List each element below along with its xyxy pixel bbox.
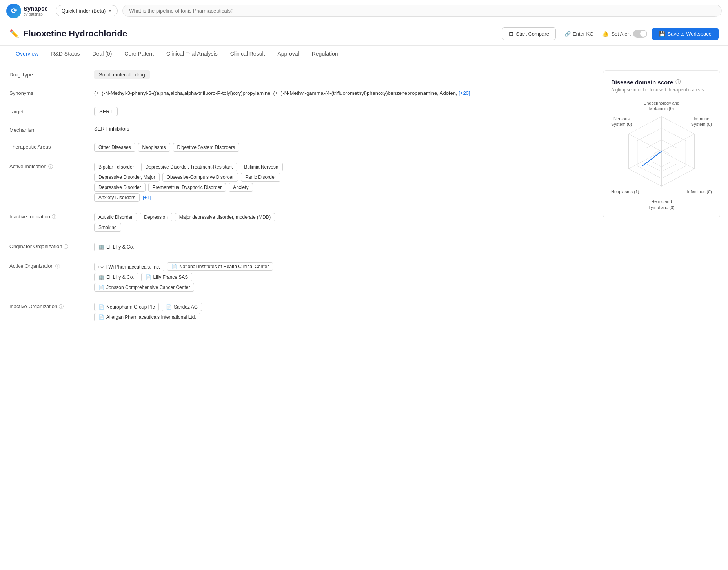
inactive-org-row: Inactive Organization ⓘ 📄 Neuropharm Gro…	[9, 302, 585, 322]
org-item[interactable]: 📄 Sandoz AG	[162, 303, 202, 311]
org-name: Lilly France SAS	[153, 274, 188, 280]
org-item[interactable]: nw TWi Pharmaceuticals, Inc.	[94, 263, 164, 271]
tab-regulation[interactable]: Regulation	[306, 46, 344, 62]
active-org-row: Active Organization ⓘ nw TWi Pharmaceuti…	[9, 261, 585, 292]
mechanism-row: Mechanism SERT inhibitors	[9, 125, 585, 133]
logo-icon: ⟳	[6, 4, 21, 18]
tab-overview[interactable]: Overview	[9, 46, 45, 62]
logo-text: Synapse by patsnap	[24, 5, 48, 17]
drug-type-label: Drug Type	[9, 70, 88, 79]
indication-tag: Obsessive-Compulsive Disorder	[162, 173, 238, 182]
inactive-indication-tag: Major depressive disorder, moderate (MDD…	[175, 213, 275, 221]
originator-org-row: Originator Organization ⓘ 🏢 Eli Lilly & …	[9, 242, 585, 252]
inactive-indication-tag: Autistic Disorder	[94, 213, 137, 221]
alert-toggle[interactable]	[633, 30, 647, 38]
compare-icon: ⊞	[509, 31, 513, 37]
org-logo-icon: nw	[98, 265, 104, 269]
save-label: Save to Workspace	[668, 31, 712, 37]
synonyms-label: Synonyms	[9, 89, 88, 98]
therapeutic-area-tag: Digestive System Disorders	[173, 143, 239, 152]
inactive-org-label: Inactive Organization ⓘ	[9, 302, 88, 322]
score-title: Disease domain score ⓘ	[611, 78, 712, 85]
org-item[interactable]: 📄 Neuropharm Group Plc	[94, 303, 159, 311]
org-logo-icon: 📄	[166, 304, 172, 310]
org-logo-icon: 🏢	[98, 274, 104, 280]
tab-clinical-trial[interactable]: Clinical Trial Analysis	[160, 46, 224, 62]
search-input[interactable]	[122, 5, 722, 17]
inactive-org-value: 📄 Neuropharm Group Plc 📄 Sandoz AG 📄 All…	[94, 302, 585, 322]
inactive-indication-label: Inactive Indication ⓘ	[9, 212, 88, 232]
toggle-knob	[640, 31, 646, 37]
drug-title-area: ✏️ Fluoxetine Hydrochloride	[9, 29, 127, 39]
save-icon: 💾	[659, 31, 665, 37]
logo: ⟳ Synapse by patsnap	[6, 4, 48, 18]
org-name: National Institutes of Health Clinical C…	[179, 264, 269, 269]
org-name: Jonsson Comprehensive Cancer Center	[106, 285, 190, 290]
indication-tag: Anxiety Disorders	[94, 193, 140, 202]
org-item[interactable]: 📄 National Institutes of Health Clinical…	[167, 262, 273, 271]
radar-label-infectious: Infectious (0)	[687, 189, 712, 194]
edit-icon: ✏️	[9, 29, 19, 38]
drug-type-value: Small molecule drug	[94, 70, 585, 79]
indication-tag: Depressive Disorder	[94, 183, 146, 192]
indication-more-link[interactable]: [+1]	[142, 193, 151, 202]
active-org-value: nw TWi Pharmaceuticals, Inc. 📄 National …	[94, 261, 585, 292]
org-name: Eli Lilly & Co.	[106, 244, 134, 250]
originator-org-value: 🏢 Eli Lilly & Co.	[94, 242, 585, 252]
org-item[interactable]: 🏢 Eli Lilly & Co.	[94, 243, 138, 251]
tab-clinical-result[interactable]: Clinical Result	[224, 46, 271, 62]
info-icon: ⓘ	[48, 163, 53, 170]
tab-core-patent[interactable]: Core Patent	[118, 46, 160, 62]
tab-deal[interactable]: Deal (0)	[86, 46, 118, 62]
synonyms-more-link[interactable]: [+20]	[459, 90, 470, 96]
org-name: Neuropharm Group Plc	[106, 304, 155, 310]
kg-icon: 🔗	[564, 31, 571, 37]
org-logo-icon: 📄	[98, 285, 104, 290]
org-item[interactable]: 📄 Jonsson Comprehensive Cancer Center	[94, 283, 194, 292]
inactive-indication-row: Inactive Indication ⓘ Autistic Disorder …	[9, 212, 585, 232]
org-item[interactable]: 🏢 Eli Lilly & Co.	[94, 273, 138, 281]
inactive-indication-tag: Depression	[140, 213, 172, 221]
drug-type-row: Drug Type Small molecule drug	[9, 70, 585, 79]
brand-sub: by patsnap	[24, 12, 48, 17]
start-compare-label: Start Compare	[516, 31, 549, 37]
start-compare-button[interactable]: ⊞ Start Compare	[502, 27, 556, 40]
save-to-workspace-button[interactable]: 💾 Save to Workspace	[652, 28, 719, 40]
tab-bar: Overview R&D Status Deal (0) Core Patent…	[0, 46, 728, 62]
radar-label-nervous: NervousSystem (0)	[611, 116, 632, 127]
quick-finder-label: Quick Finder (Beta)	[62, 8, 106, 14]
org-name: Sandoz AG	[174, 304, 198, 310]
synonyms-row: Synonyms (+−)-N-Methyl-3-phenyl-3-((alph…	[9, 89, 585, 98]
radar-chart: Endocrinology andMetabolic (0) ImmuneSys…	[611, 100, 712, 210]
radar-label-neoplasms: Neoplasms (1)	[611, 189, 639, 194]
indication-tag: Depressive Disorder, Treatment-Resistant	[141, 163, 237, 171]
target-tag: SERT	[94, 107, 118, 116]
right-panel: Disease domain score ⓘ A glimpse into th…	[595, 62, 728, 339]
org-item[interactable]: 📄 Allergan Pharmaceuticals International…	[94, 313, 200, 321]
info-icon: ⓘ	[52, 214, 56, 220]
set-alert-label: Set Alert	[611, 31, 630, 37]
indication-tag: Anxiety	[229, 183, 253, 192]
active-indication-label: Active Indication ⓘ	[9, 162, 88, 203]
therapeutic-area-tag: Neoplasms	[138, 143, 170, 152]
enter-kg-button[interactable]: 🔗 Enter KG	[561, 29, 597, 39]
info-icon: ⓘ	[675, 78, 681, 85]
info-icon: ⓘ	[59, 303, 64, 310]
quick-finder-button[interactable]: Quick Finder (Beta) ▼	[56, 5, 118, 16]
tab-rd-status[interactable]: R&D Status	[45, 46, 86, 62]
tab-approval[interactable]: Approval	[271, 46, 305, 62]
radar-label-hemic: Hemic andLymphatic (0)	[648, 199, 674, 210]
svg-marker-7	[642, 151, 661, 166]
synonyms-value: (+−)-N-Methyl-3-phenyl-3-((alpha,alpha,a…	[94, 89, 585, 98]
score-subtitle: A glimpse into the focused therapeutic a…	[611, 87, 712, 93]
originator-org-label: Originator Organization ⓘ	[9, 242, 88, 252]
enter-kg-label: Enter KG	[573, 31, 593, 37]
radar-label-endocrinology: Endocrinology andMetabolic (0)	[644, 100, 679, 112]
indication-tag: Bipolar I disorder	[94, 163, 138, 171]
inactive-indication-tag: Smoking	[94, 223, 121, 232]
drug-title: Fluoxetine Hydrochloride	[23, 29, 127, 39]
inactive-indication-value: Autistic Disorder Depression Major depre…	[94, 212, 585, 232]
active-indication-row: Active Indication ⓘ Bipolar I disorder D…	[9, 162, 585, 203]
therapeutic-areas-row: Therapeutic Areas Other Diseases Neoplas…	[9, 142, 585, 152]
org-item[interactable]: 📄 Lilly France SAS	[141, 273, 193, 281]
